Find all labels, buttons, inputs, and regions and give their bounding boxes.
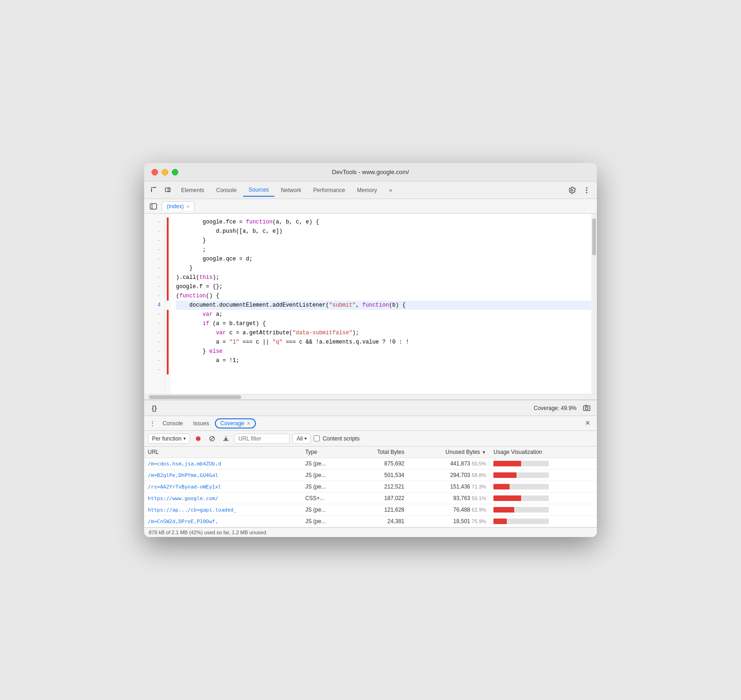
drawer-tab-issues[interactable]: Issues (188, 418, 214, 428)
row-url[interactable]: /m=B2qlPe,DhPYme,GU4Gal (144, 470, 302, 481)
vertical-scrollbar[interactable] (591, 214, 597, 394)
coverage-table[interactable]: URL Type Total Bytes Unused Bytes ▼ Usag… (144, 447, 597, 527)
line-numbers: –––––––––4––––––– (144, 214, 165, 394)
index-file-tab[interactable]: (index) × (162, 201, 194, 211)
col-total-bytes: Total Bytes (349, 447, 408, 458)
horizontal-thumb[interactable] (149, 395, 241, 399)
svg-rect-12 (585, 405, 587, 406)
drawer-tab-console[interactable]: Console (158, 418, 188, 428)
status-bar: 878 kB of 2.1 MB (42%) used so far, 1.2 … (144, 527, 597, 537)
drawer-close-button[interactable]: × (582, 418, 593, 429)
console-drawer-icon[interactable]: {} (148, 402, 161, 415)
drawer-tab-coverage[interactable]: Coverage × (215, 418, 256, 428)
close-button[interactable] (152, 169, 158, 175)
clear-button[interactable] (207, 433, 218, 444)
row-type: JS (pe... (302, 504, 349, 516)
row-url[interactable]: /rs=AA2YrTvBynad-nWEy1xl (144, 481, 302, 493)
code-content[interactable]: google.fce = function(a, b, c, e) { d.pu… (170, 214, 597, 394)
row-total: 121,628 (349, 504, 408, 516)
horizontal-scrollbar[interactable] (144, 394, 597, 399)
tab-memory[interactable]: Memory (352, 184, 383, 197)
drawer-tabs: ⋮ Console Issues Coverage × × (144, 416, 597, 431)
file-tab-close[interactable]: × (187, 204, 189, 209)
svg-point-5 (586, 187, 588, 188)
tab-more[interactable]: » (383, 184, 398, 197)
row-total: 187,022 (349, 493, 408, 504)
coverage-toolbar: Per function ▾ All ▾ Content scripts (144, 431, 597, 447)
row-type: CSS+... (302, 493, 349, 504)
col-url: URL (144, 447, 302, 458)
svg-rect-1 (151, 188, 152, 192)
tab-sources[interactable]: Sources (243, 184, 274, 197)
svg-rect-3 (165, 188, 170, 192)
col-unused-bytes[interactable]: Unused Bytes ▼ (408, 447, 490, 458)
maximize-button[interactable] (172, 169, 178, 175)
table-header-row: URL Type Total Bytes Unused Bytes ▼ Usag… (144, 447, 597, 458)
file-tab-name: (index) (167, 203, 184, 210)
svg-rect-8 (150, 204, 157, 209)
row-type: JS (pe... (302, 458, 349, 470)
devtools-bottom: {} Coverage: 49.9% ⋮ Console Issues Cove… (144, 399, 597, 537)
tab-console[interactable]: Console (211, 184, 242, 197)
row-usage-viz (490, 470, 597, 481)
record-button[interactable] (193, 433, 204, 444)
svg-rect-0 (151, 187, 152, 188)
row-url[interactable]: https://www.google.com/ (144, 493, 302, 504)
scrollbar-thumb[interactable] (592, 218, 596, 255)
content-scripts-checkbox[interactable] (314, 435, 320, 441)
devtools-tabs: Elements Console Sources Network Perform… (144, 181, 597, 199)
coverage-percentage: Coverage: 49.9% (534, 405, 577, 411)
settings-icon[interactable] (565, 184, 578, 197)
drawer-tab-coverage-close[interactable]: × (247, 420, 250, 427)
svg-point-13 (196, 436, 200, 441)
chevron-down-icon: ▾ (183, 436, 186, 441)
coverage-data-table: URL Type Total Bytes Unused Bytes ▼ Usag… (144, 447, 597, 527)
row-type: JS (pe... (302, 481, 349, 493)
download-button[interactable] (220, 433, 231, 444)
tab-elements[interactable]: Elements (176, 184, 210, 197)
traffic-lights (152, 169, 178, 175)
more-icon[interactable] (580, 184, 593, 197)
table-row[interactable]: /m=CnSW2d,DPreE,P10Owf, JS (pe... 24,381… (144, 516, 597, 527)
row-total: 212,521 (349, 481, 408, 493)
table-row[interactable]: /rs=AA2YrTvBynad-nWEy1xl JS (pe... 212,5… (144, 481, 597, 493)
row-total: 24,381 (349, 516, 408, 527)
row-usage-viz (490, 504, 597, 516)
row-url[interactable]: https://ap.../cb=gapi.loaded_ (144, 504, 302, 516)
device-icon[interactable] (162, 184, 175, 197)
svg-point-7 (586, 192, 588, 193)
status-text: 878 kB of 2.1 MB (42%) used so far, 1.2 … (149, 530, 267, 535)
per-function-button[interactable]: Per function ▾ (148, 434, 190, 444)
svg-rect-4 (168, 188, 170, 192)
table-row[interactable]: https://ap.../cb=gapi.loaded_ JS (pe... … (144, 504, 597, 516)
row-unused: 151,436 71.3% (408, 481, 490, 493)
row-url[interactable]: /m=cdos,hsm,jsa,mb4ZUb,d (144, 458, 302, 470)
drawer-menu-icon[interactable]: ⋮ (148, 419, 157, 428)
row-unused: 294,703 58.8% (408, 470, 490, 481)
sidebar-toggle[interactable] (148, 201, 159, 212)
sort-arrow: ▼ (481, 450, 486, 455)
url-filter-input[interactable] (234, 434, 290, 444)
table-row[interactable]: /m=B2qlPe,DhPYme,GU4Gal JS (pe... 501,53… (144, 470, 597, 481)
content-scripts-checkbox-label[interactable]: Content scripts (314, 435, 359, 442)
window-title: DevTools - www.google.com/ (332, 169, 409, 175)
tab-network[interactable]: Network (275, 184, 307, 197)
tab-performance[interactable]: Performance (308, 184, 351, 197)
table-row[interactable]: https://www.google.com/ CSS+... 187,022 … (144, 493, 597, 504)
bottom-toolbar: {} Coverage: 49.9% (144, 400, 597, 416)
row-usage-viz (490, 516, 597, 527)
col-usage-viz: Usage Visualization (490, 447, 597, 458)
minimize-button[interactable] (162, 169, 168, 175)
chevron-down-icon: ▾ (304, 436, 307, 441)
row-type: JS (pe... (302, 470, 349, 481)
cursor-icon[interactable] (148, 184, 161, 197)
row-usage-viz (490, 458, 597, 470)
col-type: Type (302, 447, 349, 458)
all-dropdown[interactable]: All ▾ (292, 434, 311, 444)
row-unused: 18,501 75.9% (408, 516, 490, 527)
row-unused: 441,873 50.5% (408, 458, 490, 470)
screenshot-icon[interactable] (580, 402, 593, 415)
row-url[interactable]: /m=CnSW2d,DPreE,P10Owf, (144, 516, 302, 527)
devtools-window: DevTools - www.google.com/ Elements Cons… (144, 163, 597, 537)
table-row[interactable]: /m=cdos,hsm,jsa,mb4ZUb,d JS (pe... 875,6… (144, 458, 597, 470)
